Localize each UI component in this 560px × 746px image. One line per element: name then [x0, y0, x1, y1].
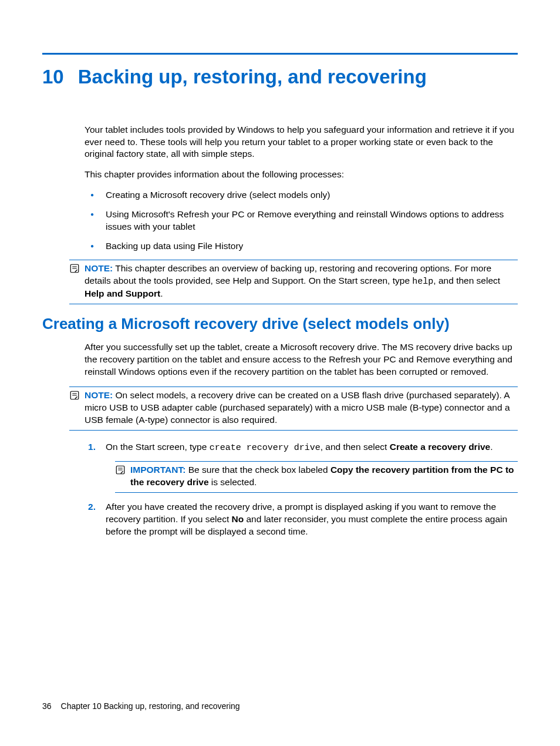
chapter-title-text: Backing up, restoring, and recovering: [78, 66, 427, 88]
important-label: IMPORTANT:: [130, 465, 185, 475]
steps-list: On the Start screen, type create recover…: [85, 441, 518, 538]
section-paragraph-1: After you successfully set up the tablet…: [85, 341, 518, 378]
note-icon: [69, 389, 81, 426]
step-1-bold: Create a recovery drive: [390, 442, 490, 452]
chapter-rule: [42, 53, 518, 55]
important-pre: Be sure that the check box labeled: [188, 465, 330, 475]
important-tail: is selected.: [209, 477, 257, 487]
page-number: 36: [42, 701, 52, 711]
section-note-body: On select models, a recovery drive can b…: [85, 390, 510, 425]
note-icon: [69, 263, 81, 300]
intro-note-text: NOTE: This chapter describes an overview…: [85, 263, 518, 300]
note-label: NOTE:: [85, 263, 113, 273]
note-bold: Help and Support: [85, 288, 160, 298]
intro-block: Your tablet includes tools provided by W…: [85, 124, 518, 304]
step-1: On the Start screen, type create recover…: [85, 441, 518, 493]
note-label: NOTE:: [85, 390, 113, 400]
intro-bullet-2: Using Microsoft's Refresh your PC or Rem…: [85, 209, 518, 233]
section-note: NOTE: On select models, a recovery drive…: [69, 387, 518, 431]
chapter-number: 10: [42, 65, 64, 89]
section-block: After you successfully set up the tablet…: [85, 341, 518, 537]
page: 10Backing up, restoring, and recovering …: [0, 0, 560, 746]
intro-bullet-3: Backing up data using File History: [85, 240, 518, 253]
step-2: After you have created the recovery driv…: [85, 501, 518, 538]
footer-text: Chapter 10 Backing up, restoring, and re…: [61, 701, 240, 711]
section-note-text: NOTE: On select models, a recovery drive…: [85, 389, 518, 426]
step-1-mid: , and then select: [321, 442, 390, 452]
important-text: IMPORTANT: Be sure that the check box la…: [130, 464, 518, 489]
intro-note: NOTE: This chapter describes an overview…: [69, 260, 518, 304]
note-code: help: [412, 277, 433, 287]
step-1-code: create recovery drive: [210, 443, 321, 453]
step-2-bold: No: [232, 514, 244, 524]
intro-bullet-list: Creating a Microsoft recovery drive (sel…: [85, 189, 518, 253]
important-icon: [115, 464, 127, 489]
step-1-pre: On the Start screen, type: [106, 442, 210, 452]
note-tail: .: [160, 288, 163, 298]
step-1-tail: .: [490, 442, 492, 452]
intro-bullet-1: Creating a Microsoft recovery drive (sel…: [85, 189, 518, 201]
important-note: IMPORTANT: Be sure that the check box la…: [115, 461, 518, 493]
section-heading: Creating a Microsoft recovery drive (sel…: [42, 315, 518, 333]
chapter-title: 10Backing up, restoring, and recovering: [42, 65, 518, 89]
intro-paragraph-2: This chapter provides information about …: [85, 169, 518, 181]
note-text-after: , and then select: [433, 275, 500, 285]
intro-paragraph-1: Your tablet includes tools provided by W…: [85, 124, 518, 161]
page-footer: 36Chapter 10 Backing up, restoring, and …: [42, 701, 240, 711]
